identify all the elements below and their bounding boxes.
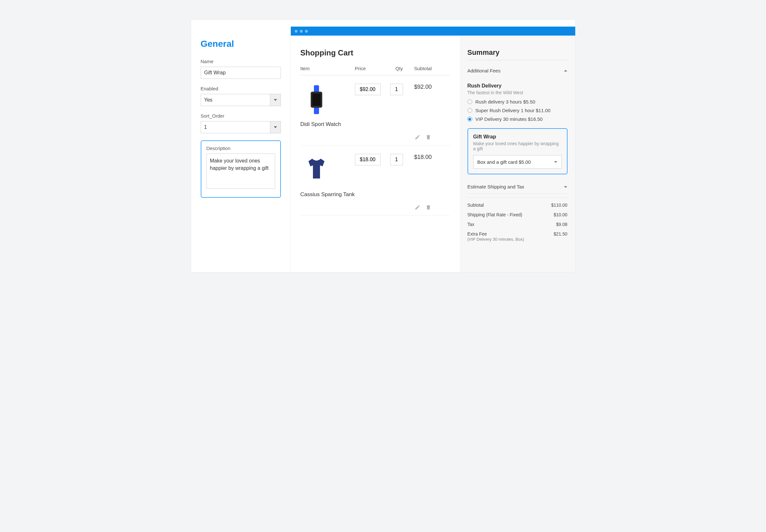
qty-cell: [384, 84, 403, 95]
description-label: Description: [206, 145, 275, 151]
gift-wrap-value: Box and a gift card $5.00: [478, 159, 531, 165]
radio-icon: [468, 99, 472, 104]
enabled-dropdown-button[interactable]: [270, 94, 281, 106]
delete-button[interactable]: [425, 134, 432, 141]
enabled-value[interactable]: [201, 94, 270, 106]
sort-order-value[interactable]: [201, 121, 270, 133]
rush-option-label: VIP Delivery 30 minutes $16.50: [476, 116, 543, 122]
description-field: Description Make your loved ones happier…: [201, 140, 281, 198]
sort-order-field: Sort_Order: [201, 113, 281, 133]
pencil-icon: [415, 134, 421, 140]
rush-option[interactable]: Super Rush Delivery 1 hour $11.00: [468, 108, 568, 113]
description-textarea[interactable]: Make your loved ones happier by wrapping…: [206, 154, 275, 189]
trash-icon: [426, 204, 431, 210]
radio-icon: [468, 108, 472, 113]
name-label: Name: [201, 59, 281, 64]
chevron-down-icon: [554, 160, 558, 164]
sort-order-select[interactable]: [201, 121, 281, 133]
window-dot-icon: [300, 30, 303, 33]
cart-header-row: Item Price Qty Subtotal: [300, 66, 450, 75]
preview-body: Shopping Cart Item Price Qty Subtotal: [291, 36, 575, 272]
panel-title: General: [201, 39, 281, 49]
chevron-down-icon: [274, 126, 277, 128]
col-price: Price: [355, 66, 384, 71]
window-titlebar: [291, 27, 575, 36]
subtotal-cell: $92.00: [403, 84, 432, 90]
general-settings-panel: General Name Enabled Sort_Order: [191, 20, 290, 272]
row-actions: [300, 134, 432, 141]
edit-button[interactable]: [414, 134, 421, 141]
item-name: Cassius Sparring Tank: [300, 191, 355, 198]
tshirt-icon: [302, 155, 331, 184]
rush-title: Rush Delivery: [468, 83, 568, 89]
chevron-down-icon: [564, 185, 568, 189]
item-name: Didi Sport Watch: [300, 121, 355, 128]
total-label: Tax: [468, 222, 475, 227]
rush-option[interactable]: Rush delivery 3 hours $5.50: [468, 99, 568, 104]
product-thumbnail: [300, 84, 332, 116]
rush-delivery-block: Rush Delivery The fastest in the Wild We…: [468, 77, 568, 122]
summary-title: Summary: [468, 48, 568, 60]
total-row: Tax $9.08: [468, 220, 568, 229]
window-dot-icon: [305, 30, 308, 33]
total-label: Extra Fee (VIP Delivery 30 minutes, Box): [468, 231, 524, 242]
name-field: Name: [201, 59, 281, 79]
gift-wrap-block: Gift Wrap Make your loved ones happier b…: [468, 128, 568, 174]
totals-block: Subtotal $110.00 Shipping (Flat Rate - F…: [468, 197, 568, 244]
qty-input[interactable]: [390, 84, 403, 95]
row-actions: [300, 204, 432, 211]
additional-fees-toggle[interactable]: Additional Fees: [468, 65, 568, 77]
chevron-down-icon: [274, 99, 277, 101]
estimate-label: Estimate Shipping and Tax: [468, 184, 524, 189]
radio-icon: [468, 117, 472, 121]
item-cell: Didi Sport Watch: [300, 84, 355, 128]
estimate-shipping-toggle[interactable]: Estimate Shipping and Tax: [468, 181, 568, 194]
rush-option-label: Rush delivery 3 hours $5.50: [476, 99, 536, 104]
storefront-preview: Shopping Cart Item Price Qty Subtotal: [290, 27, 575, 272]
qty-input[interactable]: [390, 154, 403, 165]
window-dot-icon: [295, 30, 297, 33]
qty-cell: [384, 154, 403, 165]
total-value: $21.50: [554, 231, 568, 242]
gift-wrap-select[interactable]: Box and a gift card $5.00: [473, 155, 562, 169]
sort-order-label: Sort_Order: [201, 113, 281, 119]
cart-row: Cassius Sparring Tank $18.00: [300, 145, 450, 216]
price-cell: [355, 154, 384, 165]
total-row: Subtotal $110.00: [468, 200, 568, 210]
rush-option-label: Super Rush Delivery 1 hour $11.00: [476, 108, 551, 113]
extra-fee-sub: (VIP Delivery 30 minutes, Box): [468, 237, 524, 242]
chevron-up-icon: [564, 69, 568, 73]
cart-title: Shopping Cart: [300, 48, 450, 57]
cart-row: Didi Sport Watch $92.00: [300, 75, 450, 145]
total-row: Shipping (Flat Rate - Fixed) $10.00: [468, 210, 568, 220]
additional-fees-label: Additional Fees: [468, 68, 501, 73]
svg-rect-3: [312, 94, 320, 106]
subtotal-cell: $18.00: [403, 154, 432, 161]
enabled-select[interactable]: [201, 94, 281, 106]
extra-fee-label: Extra Fee: [468, 231, 487, 237]
delete-button[interactable]: [425, 204, 432, 211]
summary-panel: Summary Additional Fees Rush Delivery Th…: [460, 36, 575, 272]
trash-icon: [426, 134, 431, 140]
total-value: $10.00: [554, 212, 568, 217]
total-row: Extra Fee (VIP Delivery 30 minutes, Box)…: [468, 229, 568, 244]
total-label: Subtotal: [468, 203, 484, 208]
price-input[interactable]: [355, 154, 380, 165]
col-item: Item: [300, 66, 355, 71]
rush-option[interactable]: VIP Delivery 30 minutes $16.50: [468, 116, 568, 122]
sort-order-dropdown-button[interactable]: [270, 121, 281, 133]
watch-icon: [307, 85, 326, 114]
cart-panel: Shopping Cart Item Price Qty Subtotal: [291, 36, 460, 272]
svg-rect-0: [314, 85, 319, 92]
rush-subtitle: The fastest in the Wild West: [468, 90, 568, 95]
name-input[interactable]: [201, 67, 281, 79]
gift-title: Gift Wrap: [473, 134, 562, 140]
total-label: Shipping (Flat Rate - Fixed): [468, 212, 522, 217]
total-value: $9.08: [556, 222, 567, 227]
edit-button[interactable]: [414, 204, 421, 211]
app-window: General Name Enabled Sort_Order: [191, 19, 576, 272]
item-cell: Cassius Sparring Tank: [300, 154, 355, 198]
gift-subtitle: Make your loved ones happier by wrapping…: [473, 141, 562, 151]
product-thumbnail: [300, 154, 332, 186]
price-input[interactable]: [355, 84, 380, 95]
